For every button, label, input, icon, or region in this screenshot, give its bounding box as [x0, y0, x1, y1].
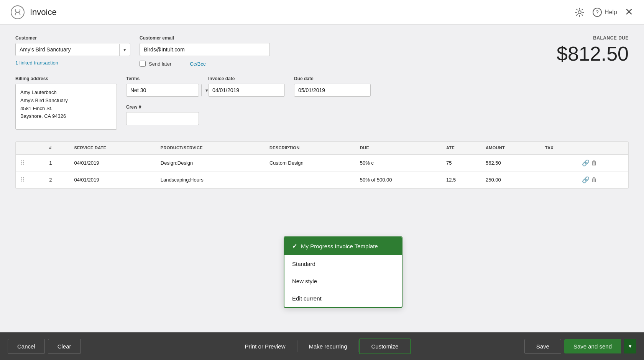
save-button[interactable]: Save: [524, 339, 561, 354]
send-later-label: Send later: [149, 61, 171, 67]
billing-form-row: Billing address Amy Lauterbach Amy's Bir…: [15, 76, 629, 130]
row2-link-button[interactable]: 🔗: [582, 176, 590, 183]
crew-input[interactable]: [126, 112, 199, 125]
invoice-date-input[interactable]: [208, 84, 285, 97]
customer-group: Customer ▾ 1 linked transaction: [15, 35, 130, 66]
send-later-checkbox[interactable]: [140, 61, 146, 67]
page-title: Invoice: [30, 7, 57, 17]
col-product: PRODUCT/SERVICE: [156, 142, 265, 154]
customize-button[interactable]: Customize: [359, 339, 411, 354]
row2-delete-button[interactable]: 🗑: [591, 177, 597, 183]
row2-actions: 🔗 🗑: [577, 172, 628, 188]
billing-line1: Amy Lauterbach: [20, 89, 112, 97]
gear-icon: [575, 7, 585, 17]
print-preview-button[interactable]: Print or Preview: [233, 339, 297, 353]
col-drag: [16, 142, 44, 154]
header-left: Invoice: [11, 5, 57, 19]
cc-bcc-link[interactable]: Cc/Bcc: [190, 61, 205, 67]
row1-date[interactable]: 04/01/2019: [69, 154, 156, 172]
template-standard-label: Standard: [292, 261, 315, 267]
row2-num: 2: [44, 172, 69, 188]
template-dropdown-item-new-style[interactable]: New style: [284, 272, 402, 290]
make-recurring-button[interactable]: Make recurring: [297, 339, 358, 353]
col-actions: [577, 142, 628, 154]
row2-tax: [540, 172, 577, 188]
toolbar-center: Print or Preview Make recurring Customiz…: [233, 339, 411, 354]
header: Invoice ? Help ✕: [0, 0, 644, 25]
row1-ate: 75: [442, 154, 481, 172]
help-button[interactable]: ? Help: [592, 7, 617, 17]
col-ate: ATE: [442, 142, 481, 154]
row1-actions: 🔗 🗑: [577, 154, 628, 172]
save-and-send-button[interactable]: Save and send: [564, 339, 621, 353]
terms-group: Terms ▾: [126, 76, 199, 97]
col-tax: TAX: [540, 142, 577, 154]
customer-dropdown-arrow[interactable]: ▾: [119, 44, 130, 56]
main-content: Customer ▾ 1 linked transaction Customer…: [0, 25, 644, 332]
due-date-label: Due date: [294, 76, 371, 81]
template-dropdown: ✓ My Progress Invoice Template Standard …: [284, 236, 402, 308]
svg-text:?: ?: [596, 9, 599, 15]
terms-input[interactable]: [127, 84, 201, 96]
row1-product[interactable]: Design:Design: [156, 154, 265, 172]
app-icon-button[interactable]: [11, 5, 25, 19]
billing-address-label: Billing address: [15, 76, 117, 81]
help-label: Help: [605, 9, 617, 16]
save-and-send-dropdown-arrow[interactable]: ▾: [624, 339, 636, 353]
balance-due-amount: $812.50: [557, 42, 629, 65]
billing-line3: 4581 Finch St.: [20, 105, 112, 113]
row1-delete-button[interactable]: 🗑: [591, 160, 597, 167]
customer-email-label: Customer email: [140, 35, 270, 41]
help-icon: ?: [592, 7, 602, 17]
invoice-date-group: Invoice date: [208, 76, 285, 97]
terms-label: Terms: [126, 76, 199, 81]
crew-group: Crew #: [126, 104, 199, 125]
bottom-toolbar: Cancel Clear Print or Preview Make recur…: [0, 332, 644, 360]
customer-select-wrap[interactable]: ▾: [15, 43, 130, 56]
top-form-row: Customer ▾ 1 linked transaction Customer…: [15, 35, 629, 67]
toolbar-left-group: Cancel Clear: [8, 339, 81, 354]
row1-num: 1: [44, 154, 69, 172]
row2-product[interactable]: Landscaping:Hours: [156, 172, 265, 188]
linked-transaction-link[interactable]: 1 linked transaction: [15, 60, 130, 66]
col-due: DUE: [355, 142, 442, 154]
customer-input[interactable]: [16, 43, 119, 56]
terms-select-wrap[interactable]: ▾: [126, 84, 199, 97]
billing-address-box[interactable]: Amy Lauterbach Amy's Bird Sanctuary 4581…: [15, 84, 117, 130]
template-dropdown-item-edit-current[interactable]: Edit current: [284, 290, 402, 307]
balance-due-section: BALANCE DUE $812.50: [557, 35, 629, 65]
close-icon: ✕: [625, 6, 633, 18]
billing-line2: Amy's Bird Sanctuary: [20, 97, 112, 105]
invoice-table: # SERVICE DATE PRODUCT/SERVICE DESCRIPTI…: [16, 142, 628, 188]
table-header-row: # SERVICE DATE PRODUCT/SERVICE DESCRIPTI…: [16, 142, 628, 154]
col-num: #: [44, 142, 69, 154]
billing-line4: Bayshore, CA 94326: [20, 112, 112, 121]
row2-desc[interactable]: [265, 172, 355, 188]
close-button[interactable]: ✕: [625, 6, 633, 18]
cancel-button[interactable]: Cancel: [8, 339, 45, 354]
svg-point-1: [578, 11, 581, 14]
template-dropdown-item-standard[interactable]: Standard: [284, 255, 402, 272]
row1-desc[interactable]: Custom Design: [265, 154, 355, 172]
row1-drag[interactable]: ⠿: [16, 154, 44, 172]
template-edit-label: Edit current: [292, 295, 322, 302]
due-date-group: Due date: [294, 76, 371, 97]
due-date-input[interactable]: [294, 84, 371, 97]
send-later-row: Send later Cc/Bcc: [140, 61, 270, 67]
billing-address-group: Billing address Amy Lauterbach Amy's Bir…: [15, 76, 117, 130]
col-service-date: SERVICE DATE: [69, 142, 156, 154]
customer-email-input[interactable]: [140, 43, 270, 56]
customer-email-group: Customer email Send later Cc/Bcc: [140, 35, 270, 67]
row1-link-button[interactable]: 🔗: [582, 159, 590, 167]
row2-date[interactable]: 04/01/2019: [69, 172, 156, 188]
clear-button[interactable]: Clear: [48, 339, 81, 354]
row1-tax: [540, 154, 577, 172]
settings-button[interactable]: [575, 7, 585, 17]
invoice-date-label: Invoice date: [208, 76, 285, 81]
crew-label: Crew #: [126, 104, 199, 110]
header-right: ? Help ✕: [575, 6, 633, 18]
row2-due: 50% of 500.00: [355, 172, 442, 188]
template-dropdown-item-selected[interactable]: ✓ My Progress Invoice Template: [284, 237, 402, 255]
row2-drag[interactable]: ⠿: [16, 172, 44, 188]
table-row: ⠿ 2 04/01/2019 Landscaping:Hours 50% of …: [16, 172, 628, 188]
